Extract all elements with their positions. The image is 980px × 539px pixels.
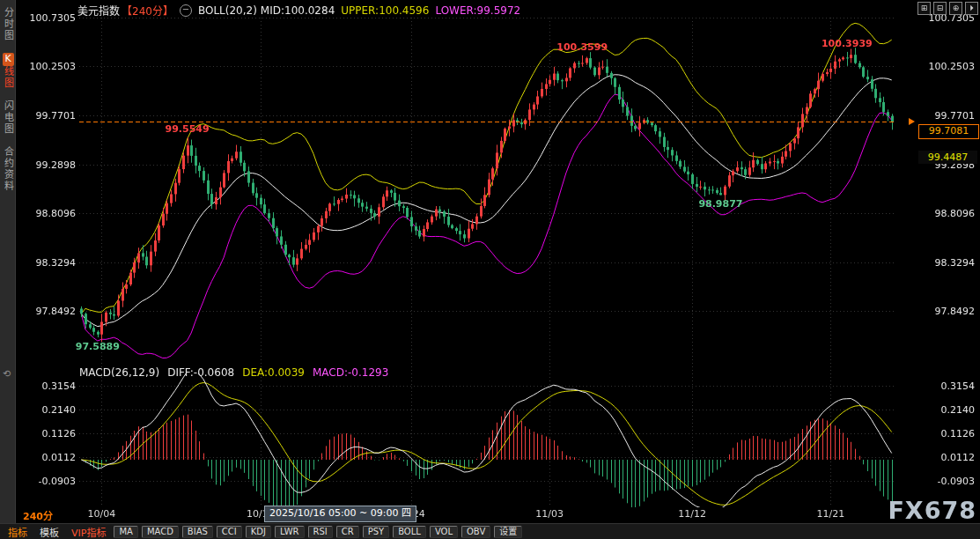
macd-dea-value: DEA:0.0039 <box>242 366 305 379</box>
trading-terminal: 美元指数 【240分】 − BOLL(20,2) MID:100.0284 UP… <box>0 0 980 539</box>
period-tag: 【240分】 <box>122 3 173 18</box>
macd-header: MACD(26,12,9) DIFF:-0.0608 DEA:0.0039 MA… <box>79 366 388 379</box>
button-rsi[interactable]: RSI <box>308 526 333 538</box>
active-tab-marker: K <box>3 53 14 66</box>
cascade-windows-icon[interactable]: ⊟ <box>933 2 947 15</box>
button-cr[interactable]: CR <box>336 526 359 538</box>
boll-lower-value: LOWER:99.5972 <box>435 4 520 17</box>
left-sidebar: 分时图K线图闪电图合约资料⟲ <box>0 0 16 531</box>
price-axis-label: 97.8492 <box>28 306 76 317</box>
button-settings[interactable]: 设置 <box>494 526 522 538</box>
high-price-annotation: 100.3599 <box>556 41 608 53</box>
button-boll[interactable]: BOLL <box>393 526 426 538</box>
period-label: 240分 <box>23 508 53 522</box>
sidebar-item-time-share-chart[interactable]: 分时图 <box>1 7 15 41</box>
watermark: FX678 <box>888 497 976 524</box>
button-macd[interactable]: MACD <box>142 526 179 538</box>
boll-mid-value: MID:100.0284 <box>261 4 335 17</box>
collapse-indicator-icon[interactable]: − <box>180 4 192 17</box>
chart-header: 美元指数 【240分】 − BOLL(20,2) MID:100.0284 UP… <box>77 3 520 18</box>
macd-axis-label: 0.0112 <box>920 452 975 463</box>
price-axis-label: 100.2503 <box>920 61 975 72</box>
tab-templates[interactable]: 模板 <box>35 525 63 539</box>
price-axis-label: 99.7701 <box>920 110 975 122</box>
next-page-icon[interactable]: ⏵ <box>965 2 978 15</box>
price-axis-label: 99.7701 <box>28 110 76 122</box>
symbol-name: 美元指数 <box>77 3 120 18</box>
button-vol[interactable]: VOL <box>430 526 458 538</box>
macd-settings-label: MACD(26,12,9) <box>79 366 159 379</box>
button-cci[interactable]: CCI <box>217 526 242 538</box>
refresh-icon[interactable]: ⟲ <box>3 368 11 380</box>
macd-macd-value: MACD:-0.1293 <box>313 366 388 379</box>
current-price-arrow-icon <box>909 118 915 125</box>
boll-upper-value: UPPER:100.4596 <box>341 4 429 17</box>
macd-axis-label: 0.1126 <box>28 428 76 439</box>
macd-axis-label: 0.0112 <box>28 452 76 463</box>
macd-axis-label: 0.2140 <box>920 404 975 416</box>
candlestick-chart-canvas[interactable] <box>0 0 980 539</box>
sidebar-item-flash-chart[interactable]: 闪电图 <box>1 100 15 135</box>
macd-axis-label: 0.1126 <box>920 428 975 439</box>
band-value-badge: 99.4487 <box>918 151 977 164</box>
tab-vip-indicators[interactable]: VIP指标 <box>67 525 110 539</box>
price-axis-label: 98.8096 <box>920 208 975 219</box>
button-psy[interactable]: PSY <box>363 526 390 538</box>
price-axis-label: 98.8096 <box>28 208 76 219</box>
macd-axis-label: 0.3154 <box>920 380 975 392</box>
macd-axis-label: -0.0903 <box>920 476 975 487</box>
x-axis-label: 10/04 <box>88 508 116 520</box>
tab-indicators[interactable]: 指标 <box>4 525 32 539</box>
button-ma[interactable]: MA <box>114 526 137 538</box>
macd-axis-label: 0.3154 <box>28 380 76 392</box>
sidebar-item-contract-info[interactable]: 合约资料 <box>1 146 15 192</box>
tile-windows-icon[interactable]: ⊞ <box>917 2 931 15</box>
button-kdj[interactable]: KDJ <box>246 526 271 538</box>
macd-axis-label: 0.2140 <box>28 404 76 416</box>
low-price-annotation: 97.5889 <box>76 341 120 352</box>
boll-settings-label: BOLL(20,2) <box>198 4 257 17</box>
x-axis-label: 11/03 <box>535 508 564 520</box>
price-axis-label: 98.3294 <box>920 257 975 269</box>
price-axis-label: 100.7305 <box>28 12 76 24</box>
sidebar-item-kline-chart[interactable]: K线图 <box>1 53 15 89</box>
bottom-toolbar: 指标模板VIP指标MAMACDBIASCCIKDJLWRRSICRPSYBOLL… <box>0 523 980 539</box>
high-price-annotation: 100.3939 <box>822 38 873 49</box>
price-axis-label: 100.2503 <box>28 61 76 72</box>
high-price-annotation: 99.5549 <box>166 123 210 135</box>
macd-diff-value: DIFF:-0.0608 <box>167 366 234 379</box>
macd-axis-label: -0.0903 <box>28 476 76 487</box>
button-lwr[interactable]: LWR <box>275 526 305 538</box>
zoom-in-icon[interactable]: ⊕ <box>949 2 962 15</box>
price-axis-label: 97.8492 <box>920 306 975 317</box>
button-obv[interactable]: OBV <box>461 526 490 538</box>
low-price-annotation: 98.9877 <box>698 198 742 210</box>
crosshair-date-readout: 2025/10/16 05:00 ~ 09:00 四 <box>264 506 416 522</box>
price-axis-label: 98.3294 <box>28 257 76 269</box>
current-price-badge: 99.7081 <box>918 124 979 139</box>
window-control-icons: ⊞⊟⊕⏵ <box>917 2 978 15</box>
x-axis-label: 11/12 <box>678 508 706 520</box>
x-axis-label: 11/21 <box>816 508 844 520</box>
price-axis-label: 99.2898 <box>28 159 76 171</box>
button-bias[interactable]: BIAS <box>182 526 213 538</box>
